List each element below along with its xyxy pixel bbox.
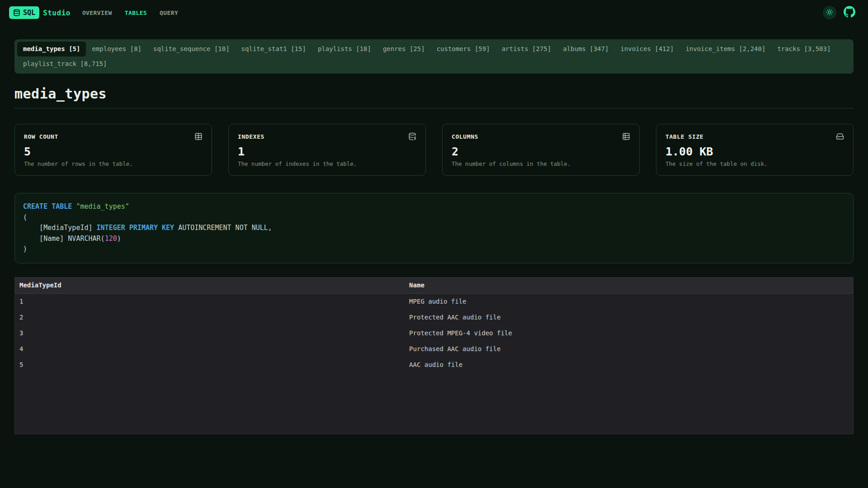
table-tabs: media_types [5]employees [8]sqlite_seque…	[14, 39, 854, 74]
table-header-row: MediaTypeIdName	[15, 277, 853, 294]
create-table-sql: CREATE TABLE "media_types"( [MediaTypeId…	[14, 193, 854, 263]
tab-playlist_track[interactable]: playlist_track [8,715]	[17, 56, 113, 71]
navbar: SQL Studio OVERVIEW TABLES QUERY	[0, 0, 868, 25]
columns-grid-icon	[622, 132, 630, 141]
rows-table: MediaTypeIdName 1MPEG audio file2Protect…	[15, 277, 853, 373]
stat-cards: ROW COUNT 5 The number of rows in the ta…	[14, 124, 854, 176]
table-cell: MPEG audio file	[405, 294, 853, 310]
table-row: 5AAC audio file	[15, 357, 853, 373]
tab-customers[interactable]: customers [59]	[431, 42, 496, 56]
stat-label: TABLE SIZE	[665, 133, 703, 140]
github-icon	[844, 6, 855, 19]
nav-link-tables[interactable]: TABLES	[125, 8, 147, 18]
column-header-mediatypeid: MediaTypeId	[15, 277, 405, 294]
tab-artists[interactable]: artists [275]	[496, 42, 557, 56]
theme-toggle-button[interactable]	[823, 6, 836, 19]
column-header-name: Name	[405, 277, 853, 294]
table-row: 4Purchased AAC audio file	[15, 341, 853, 357]
tab-playlists[interactable]: playlists [18]	[312, 42, 377, 56]
table-row: 1MPEG audio file	[15, 294, 853, 310]
stat-label: ROW COUNT	[24, 133, 58, 140]
stat-description: The size of the table on disk.	[665, 160, 844, 167]
nav-link-overview[interactable]: OVERVIEW	[82, 8, 112, 18]
table-row: 3Protected MPEG-4 video file	[15, 325, 853, 341]
database-zap-icon	[408, 132, 416, 141]
stat-value: 5	[24, 145, 203, 158]
sun-icon	[826, 9, 833, 17]
tab-employees[interactable]: employees [8]	[86, 42, 147, 56]
tab-sqlite_stat1[interactable]: sqlite_stat1 [15]	[236, 42, 312, 56]
table-cell: Protected MPEG-4 video file	[405, 325, 853, 341]
database-icon	[13, 9, 20, 16]
stat-value: 2	[452, 145, 630, 158]
table-cell: Protected AAC audio file	[405, 310, 853, 325]
stat-value: 1	[238, 145, 416, 158]
table-body: 1MPEG audio file2Protected AAC audio fil…	[15, 294, 853, 373]
page-title: media_types	[14, 86, 854, 102]
stat-description: The number of rows in the table.	[24, 160, 203, 167]
table-cell: 5	[15, 357, 405, 373]
stat-label: INDEXES	[238, 133, 264, 140]
table-cell: 2	[15, 310, 405, 325]
table-row: 2Protected AAC audio file	[15, 310, 853, 325]
table-cell: 1	[15, 294, 405, 310]
stat-label: COLUMNS	[452, 133, 478, 140]
sql-code-line: [Name] NVARCHAR(120)	[23, 234, 845, 244]
table-icon	[194, 132, 203, 141]
tab-tracks[interactable]: tracks [3,503]	[771, 42, 836, 56]
stat-card-table-size: TABLE SIZE 1.00 KB The size of the table…	[656, 124, 854, 176]
hard-drive-icon	[836, 132, 844, 141]
app-logo[interactable]: SQL Studio	[9, 6, 71, 19]
table-cell: 3	[15, 325, 405, 341]
stat-value: 1.00 KB	[665, 145, 844, 158]
table-cell: Purchased AAC audio file	[405, 341, 853, 357]
main-nav: OVERVIEW TABLES QUERY	[82, 8, 178, 18]
tab-albums[interactable]: albums [347]	[557, 42, 614, 56]
tab-sqlite_sequence[interactable]: sqlite_sequence [10]	[147, 42, 236, 56]
navbar-right	[823, 6, 855, 19]
title-divider	[14, 108, 854, 108]
stat-card-indexes: INDEXES 1 The number of indexes in the t…	[228, 124, 426, 176]
tab-media_types[interactable]: media_types [5]	[17, 42, 86, 56]
stat-card-row-count: ROW COUNT 5 The number of rows in the ta…	[14, 124, 212, 176]
tab-genres[interactable]: genres [25]	[377, 42, 431, 56]
sql-code-line: [MediaTypeId] INTEGER PRIMARY KEY AUTOIN…	[23, 223, 845, 234]
sql-code-line: CREATE TABLE "media_types"	[23, 202, 845, 212]
table-cell: 4	[15, 341, 405, 357]
stat-description: The number of indexes in the table.	[238, 160, 416, 167]
sql-code-line: (	[23, 212, 845, 223]
table-cell: AAC audio file	[405, 357, 853, 373]
stat-card-columns: COLUMNS 2 The number of columns in the t…	[442, 124, 640, 176]
logo-badge-text: SQL	[23, 9, 35, 17]
tab-invoice_items[interactable]: invoice_items [2,240]	[679, 42, 771, 56]
rows-table-container: MediaTypeIdName 1MPEG audio file2Protect…	[14, 277, 854, 434]
sql-code-line: )	[23, 244, 845, 255]
stat-description: The number of columns in the table.	[452, 160, 630, 167]
github-link[interactable]	[844, 6, 855, 19]
logo-studio-text: Studio	[43, 9, 71, 17]
tab-invoices[interactable]: invoices [412]	[614, 42, 679, 56]
nav-link-query[interactable]: QUERY	[160, 8, 178, 18]
logo-badge: SQL	[9, 6, 39, 19]
